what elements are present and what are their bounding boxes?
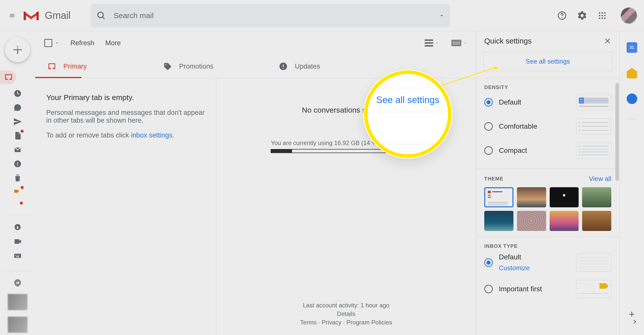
theme-4[interactable] [582, 187, 611, 207]
activity-details-link[interactable]: Details [337, 310, 355, 317]
tab-primary[interactable]: Primary [35, 55, 151, 78]
input-tools[interactable] [451, 40, 467, 46]
radio-icon [484, 285, 493, 293]
tutorial-callout: See all settings [364, 70, 452, 158]
left-nav-rail: ! [0, 31, 35, 335]
svg-rect-26 [283, 65, 284, 67]
keep-addon-icon[interactable] [627, 68, 637, 78]
allmail-icon[interactable] [13, 145, 22, 154]
callout-text: See all settings [368, 88, 448, 112]
density-comfortable[interactable]: Comfortable [484, 114, 611, 138]
promotions-icon [163, 62, 172, 71]
inbox-default-thumb [576, 254, 611, 272]
svg-rect-27 [283, 68, 284, 69]
toolbar-more[interactable]: More [105, 39, 121, 47]
more-labels-indicator [20, 202, 23, 205]
density-default[interactable]: Default [484, 90, 611, 114]
meet-video-icon[interactable] [13, 237, 22, 246]
theme-7[interactable] [550, 211, 579, 231]
spam-icon[interactable]: ! [13, 159, 22, 168]
svg-rect-24 [425, 45, 433, 47]
svg-point-8 [601, 15, 603, 16]
theme-2[interactable] [517, 187, 546, 207]
inbox-type-default[interactable]: Default Customize [484, 249, 611, 276]
addon-side-rail: + [619, 31, 644, 335]
app-header: Gmail [0, 0, 644, 31]
theme-1[interactable] [484, 187, 513, 207]
customize-inbox-link[interactable]: Customize [499, 264, 530, 272]
density-default-thumb [576, 94, 611, 110]
hangout-contact-1[interactable] [8, 294, 27, 310]
theme-section: THEME View all [476, 169, 619, 237]
search-options-caret-icon[interactable] [439, 13, 445, 19]
svg-rect-17 [14, 254, 21, 258]
hangouts-contact-icon[interactable] [13, 278, 22, 288]
inbox-type-label: INBOX TYPE [484, 243, 611, 249]
hangout-contact-2[interactable] [8, 317, 27, 333]
configure-tabs-hint: To add or remove tabs click inbox settin… [46, 131, 205, 139]
toggle-split-pane[interactable] [425, 39, 439, 47]
close-panel-icon[interactable] [604, 37, 611, 45]
svg-rect-21 [16, 256, 19, 257]
calendar-addon-icon[interactable] [627, 42, 637, 53]
footer-terms-link[interactable]: Terms [300, 319, 316, 326]
updates-icon [279, 62, 288, 71]
theme-viewall-link[interactable]: View all [589, 175, 611, 183]
see-all-settings-button[interactable]: See all settings [483, 52, 612, 71]
density-compact[interactable]: Compact [484, 138, 611, 163]
svg-point-12 [604, 17, 606, 19]
sent-icon[interactable] [13, 117, 22, 126]
gmail-logo[interactable]: Gmail [22, 9, 70, 22]
svg-point-11 [601, 17, 603, 19]
footer: Last account activity: 1 hour ago Detail… [300, 300, 392, 335]
toolbar-refresh[interactable]: Refresh [70, 39, 94, 47]
svg-line-1 [102, 17, 104, 19]
tab-promotions[interactable]: Promotions [151, 55, 267, 78]
select-all-checkbox[interactable] [44, 39, 59, 47]
drafts-icon[interactable] [13, 131, 22, 140]
main-menu-icon[interactable] [7, 11, 17, 21]
search-input[interactable] [113, 11, 439, 20]
keyboard-rail-icon[interactable] [13, 251, 22, 260]
nav-inbox[interactable] [0, 70, 16, 84]
support-icon[interactable] [556, 10, 568, 21]
gmail-m-icon [22, 9, 40, 22]
search-bar[interactable] [91, 4, 450, 27]
account-avatar[interactable] [621, 8, 637, 24]
hangouts-start-icon[interactable] [13, 223, 22, 232]
radio-icon [484, 122, 493, 131]
theme-8[interactable] [582, 211, 611, 231]
google-apps-icon[interactable] [597, 10, 608, 21]
theme-5[interactable] [484, 211, 513, 231]
footer-policies-link[interactable]: Program Policies [346, 319, 392, 326]
mail-toolbar: Refresh More [35, 31, 476, 55]
inbox-type-section: INBOX TYPE Default Customize Important [476, 237, 619, 308]
theme-3[interactable] [550, 187, 579, 207]
qs-scrollbar[interactable] [615, 83, 619, 181]
empty-subtitle: Personal messages and messages that don'… [46, 109, 205, 124]
gmail-wordmark: Gmail [45, 10, 70, 21]
svg-point-5 [601, 12, 603, 14]
trash-icon[interactable] [13, 173, 22, 182]
footer-privacy-link[interactable]: Privacy [322, 319, 342, 326]
activity-text: Last account activity: 1 hour ago [303, 302, 389, 309]
theme-6[interactable] [517, 211, 546, 231]
categories-icon[interactable] [13, 187, 22, 197]
radio-checked-icon [484, 98, 493, 107]
message-list-pane: Your Primary tab is empty. Personal mess… [35, 78, 216, 335]
hide-side-panel-icon[interactable] [631, 318, 638, 325]
chat-icon[interactable] [13, 103, 22, 112]
inbox-type-important[interactable]: Important first [484, 276, 611, 302]
svg-rect-23 [425, 42, 433, 44]
quick-settings-title: Quick settings [484, 37, 532, 45]
compose-button[interactable] [5, 37, 30, 62]
tasks-addon-icon[interactable] [627, 93, 637, 104]
svg-point-6 [604, 12, 606, 14]
snoozed-icon[interactable] [13, 89, 22, 98]
primary-icon [47, 62, 56, 71]
settings-gear-icon[interactable] [577, 10, 588, 21]
inbox-settings-link[interactable]: inbox settings [131, 131, 172, 139]
search-icon[interactable] [96, 11, 106, 21]
tab-updates[interactable]: Updates [267, 55, 382, 78]
tab-promotions-label: Promotions [179, 63, 214, 70]
